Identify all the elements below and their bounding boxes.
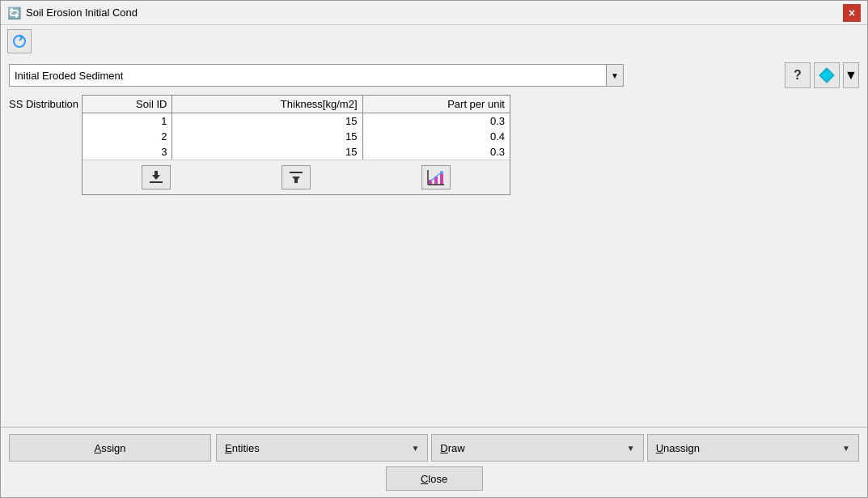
layer-dropdown-button[interactable]: ▼ [843,62,859,88]
unassign-label: Unassign [656,442,700,454]
draw-arrow-icon: ▼ [627,444,635,453]
bottom-button-row: Assign Entities ▼ Draw ▼ Unassign ▼ [9,434,859,462]
svg-rect-11 [440,173,443,185]
top-right-icons: ? ▼ [785,62,859,88]
window-icon: 🔄 [7,6,21,19]
col-soil-id: Soil ID [83,96,172,113]
entities-label: Entities [225,442,260,454]
svg-rect-5 [155,171,158,177]
table-row: 3150.3 [83,144,510,160]
svg-point-14 [440,171,443,174]
cell-soil-id: 2 [83,129,172,144]
layer-icon [818,66,836,84]
dropdown-chevron-icon: ▼ [611,71,619,80]
cell-part: 0.3 [362,144,510,160]
cell-thickness: 15 [172,129,362,144]
table-row: 1150.3 [83,113,510,130]
title-bar-left: 🔄 Soil Erosion Initial Cond [7,6,138,19]
cell-part: 0.3 [362,113,510,130]
toolbar-rotate-button[interactable] [7,29,32,53]
cell-soil-id: 3 [83,144,172,160]
help-icon: ? [794,68,802,83]
cell-part: 0.4 [362,129,510,144]
main-window: 🔄 Soil Erosion Initial Cond × Initial Er… [0,0,868,498]
col-thickness: Thikness[kg/m2] [172,96,362,113]
export-icon [288,169,304,185]
rotate-icon [11,33,28,49]
import-icon [148,169,164,185]
unassign-arrow-icon: ▼ [842,444,850,453]
close-window-button[interactable]: × [843,4,861,22]
bottom-bar: Assign Entities ▼ Draw ▼ Unassign ▼ Clos… [1,427,867,497]
cell-thickness: 15 [172,113,362,130]
svg-rect-3 [150,181,163,183]
close-button[interactable]: Close [386,466,483,491]
chart-button[interactable] [421,165,451,189]
assign-label: Assign [94,442,125,454]
entities-arrow-icon: ▼ [411,444,419,453]
table-button-row [83,160,510,194]
svg-point-0 [14,36,25,47]
unassign-dropdown-button[interactable]: Unassign ▼ [647,434,859,462]
cell-soil-id: 1 [83,113,172,130]
window-title: Soil Erosion Initial Cond [26,6,138,19]
assign-button[interactable]: Assign [9,434,211,462]
draw-dropdown-button[interactable]: Draw ▼ [431,434,643,462]
main-panel: SS Distribution Soil ID Thikness[kg/m2] … [9,95,859,195]
import-button[interactable] [142,165,171,189]
ss-distribution-label: SS Distribution [9,98,78,110]
svg-rect-6 [290,172,303,173]
title-bar: 🔄 Soil Erosion Initial Cond × [1,1,867,25]
col-part-per-unit: Part per unit [362,96,510,113]
close-row: Close [9,466,859,491]
soil-table: Soil ID Thikness[kg/m2] Part per unit 11… [82,95,510,195]
svg-rect-8 [294,177,298,183]
help-button[interactable]: ? [785,62,811,88]
layer-arrow-icon: ▼ [845,68,857,83]
close-label: Close [421,473,447,485]
content-area: Initial Eroded Sediment ▼ ? [1,57,867,427]
eroded-sediment-dropdown[interactable]: Initial Eroded Sediment [9,64,607,87]
layer-button[interactable] [814,62,840,88]
toolbar [1,25,867,57]
table-row: 2150.4 [83,129,510,144]
export-button[interactable] [282,165,311,189]
chart-icon [427,168,445,186]
cell-thickness: 15 [172,144,362,160]
draw-label: Draw [440,442,464,454]
top-row: Initial Eroded Sediment ▼ ? [9,62,859,88]
dropdown-arrow-button[interactable]: ▼ [606,64,624,87]
entities-dropdown-button[interactable]: Entities ▼ [216,434,428,462]
